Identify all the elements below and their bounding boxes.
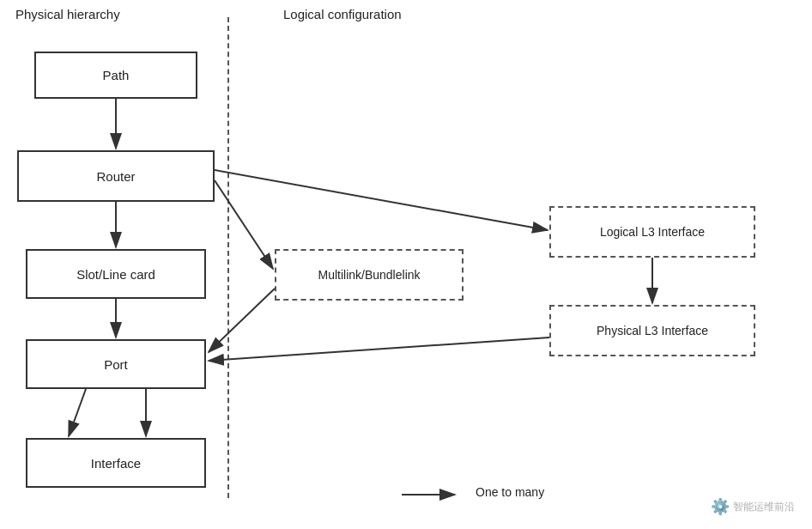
legend: One to many xyxy=(399,485,544,499)
legend-label: One to many xyxy=(476,485,544,499)
svg-line-5 xyxy=(69,389,86,436)
svg-line-8 xyxy=(215,180,273,269)
path-box: Path xyxy=(34,52,197,99)
svg-line-10 xyxy=(209,337,549,361)
divider xyxy=(227,17,229,498)
port-box: Port xyxy=(26,339,206,389)
multilink-box: Multilink/Bundlelink xyxy=(275,249,464,301)
physical-l3-box: Physical L3 Interface xyxy=(549,305,755,356)
slot-box: Slot/Line card xyxy=(26,249,206,299)
router-box: Router xyxy=(17,150,215,202)
logical-l3-box: Logical L3 Interface xyxy=(549,206,755,258)
svg-line-9 xyxy=(209,289,275,352)
diagram: Physical hierarchy Logical configuration… xyxy=(0,0,812,529)
logical-config-header: Logical configuration xyxy=(283,7,402,21)
interface-box: Interface xyxy=(26,438,206,488)
svg-line-7 xyxy=(215,170,548,230)
physical-hierarchy-header: Physical hierarchy xyxy=(15,7,120,21)
watermark: ⚙️ 智能运维前沿 xyxy=(711,497,795,516)
